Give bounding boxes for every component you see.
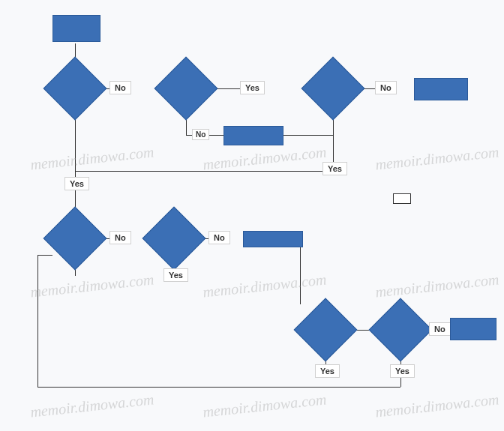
decision-4 [52,216,98,261]
process-row2 [243,231,303,247]
process-top-right [414,78,468,100]
decision-6-text [298,303,352,357]
process-middle [224,126,284,145]
start-node [52,15,100,42]
label-no: No [110,231,131,244]
decision-2 [164,66,208,111]
label-no: No [375,81,397,94]
label-yes: Yes [64,177,89,190]
flowchart-canvas: No Yes No No Yes Yes No No Yes [0,0,504,431]
decision-4-text [48,211,102,265]
small-indicator-box [393,193,411,204]
watermark: memoir.dimowa.com [202,143,327,173]
label-yes: Yes [164,268,188,282]
watermark: memoir.dimowa.com [374,143,500,173]
label-no: No [208,231,230,244]
decision-7 [378,307,423,352]
decision-7-text [374,303,428,357]
label-no: No [192,129,209,140]
decision-1-text [48,61,102,115]
process-far-right [450,318,496,340]
label-no: No [429,322,451,336]
decision-2-text [159,61,213,115]
watermark: memoir.dimowa.com [374,271,500,301]
label-yes: Yes [322,162,347,175]
label-yes: Yes [390,364,415,378]
decision-3-text [306,61,360,115]
decision-5 [152,216,196,261]
watermark: memoir.dimowa.com [29,143,154,173]
label-no: No [110,81,131,94]
decision-5-text [147,211,201,265]
label-yes: Yes [315,364,340,378]
decision-3 [310,66,356,111]
label-yes: Yes [240,81,265,94]
watermark: memoir.dimowa.com [202,391,327,421]
watermark: memoir.dimowa.com [29,271,154,301]
decision-6 [303,307,348,352]
decision-1 [52,66,98,111]
watermark: memoir.dimowa.com [29,391,154,421]
watermark: memoir.dimowa.com [202,271,327,301]
watermark: memoir.dimowa.com [374,391,500,421]
